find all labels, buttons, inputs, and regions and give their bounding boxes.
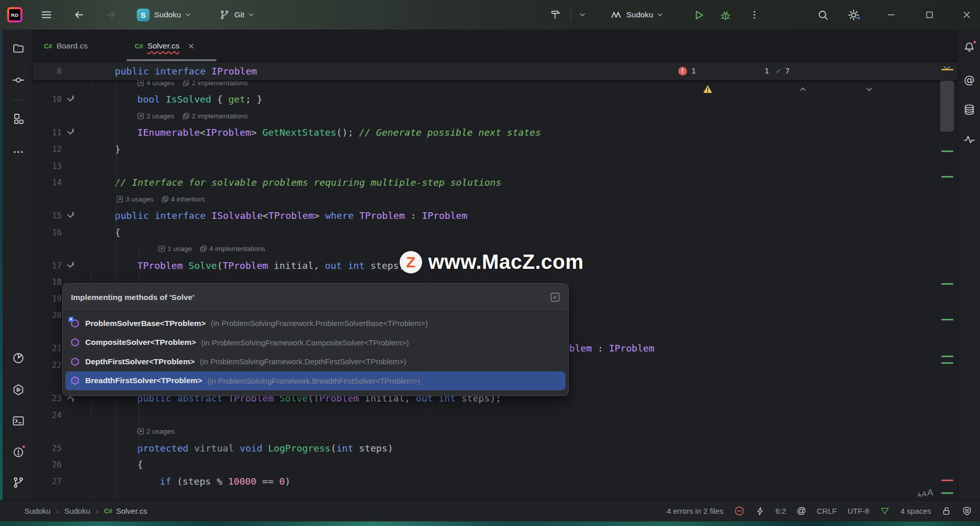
open-as-toolwindow-icon[interactable] (550, 292, 560, 302)
project-widget[interactable]: S Sudoku (137, 0, 191, 30)
main-menu-button[interactable] (41, 0, 52, 30)
maximize-button[interactable] (924, 0, 935, 30)
code-line[interactable]: 24 (33, 407, 958, 423)
implemented-marker-icon[interactable] (65, 211, 76, 220)
inlay-hints[interactable]: 2 usages2 implementations (137, 108, 248, 124)
stripe-mark[interactable] (941, 176, 953, 178)
highlighting-level-widget[interactable]: AAA (918, 487, 933, 498)
run-config-widget[interactable]: Sudoku (610, 0, 664, 30)
build-options-button[interactable] (579, 0, 586, 30)
forward-button[interactable] (105, 0, 116, 30)
implemented-marker-icon[interactable] (65, 94, 76, 104)
indent-setting[interactable]: 4 spaces (900, 507, 931, 515)
code-line[interactable]: 15public interface ISolvable<TProblem> w… (33, 207, 958, 224)
rail-button-profiler[interactable] (11, 350, 26, 366)
caret-position[interactable]: 6:2 (775, 507, 786, 515)
rail-button-ai-assistant[interactable]: @ (962, 72, 977, 88)
vcs-widget[interactable]: Git (219, 0, 255, 30)
rail-button-problems[interactable] (11, 444, 26, 460)
code-line[interactable]: 13 (33, 158, 958, 174)
stripe-mark[interactable] (941, 151, 953, 152)
minimize-button[interactable] (886, 0, 896, 30)
line-ending[interactable]: CRLF (817, 507, 837, 515)
error-stripe[interactable] (937, 62, 958, 500)
more-actions-button[interactable] (749, 0, 760, 30)
rail-button-commit[interactable] (11, 72, 26, 88)
rail-button-terminal[interactable] (11, 413, 26, 429)
code-line[interactable]: 11IEnumerable<IProblem> GetNextStates();… (33, 124, 958, 141)
rail-button-database[interactable] (962, 102, 977, 117)
implemented-marker-icon[interactable] (65, 261, 76, 270)
inlay-hint[interactable]: 1 usage (158, 240, 192, 257)
debug-button[interactable] (720, 0, 731, 30)
inlay-hint[interactable]: 4 inheritors (162, 191, 205, 208)
breadcrumb-item[interactable]: Sudoku (24, 507, 51, 515)
stripe-mark[interactable] (941, 356, 953, 357)
line-number: 25 (33, 440, 62, 457)
inlay-hint[interactable]: 2 implementations (183, 108, 248, 124)
stripe-chevron-down-icon[interactable] (942, 63, 951, 72)
implementations-popup[interactable]: Implementing methods of 'Solve' AProblem… (62, 283, 569, 396)
popup-item[interactable]: BreadthFirstSolver<TProblem>(in ProblemS… (65, 371, 566, 391)
lock-open-icon[interactable] (942, 506, 951, 516)
shield-icon[interactable] (962, 506, 972, 516)
error-summary[interactable]: 4 errors in 2 files (667, 507, 723, 515)
stripe-mark[interactable] (941, 480, 953, 481)
popup-item[interactable]: DepthFirstSolver<TProblem>(in ProblemSol… (65, 352, 566, 371)
inlay-hints[interactable]: 3 usages4 inheritors (116, 191, 205, 208)
stripe-mark[interactable] (941, 283, 953, 285)
run-button[interactable] (693, 0, 705, 30)
implemented-marker-icon[interactable] (65, 128, 76, 137)
stripe-mark[interactable] (941, 319, 953, 320)
inlay-hint[interactable]: 3 usages (116, 191, 154, 208)
tab-close-icon[interactable] (188, 43, 194, 49)
rail-button-more-tools[interactable] (11, 144, 26, 160)
stripe-mark[interactable] (941, 69, 953, 70)
popup-item[interactable]: AProblemSolverBase<TProblem>(in ProblemS… (65, 314, 566, 333)
code-line[interactable]: 14// Interface for solvable problems req… (33, 174, 958, 191)
code-line[interactable]: 12} (33, 141, 958, 158)
settings-button[interactable] (847, 0, 860, 30)
code-line[interactable]: 26{ (33, 456, 958, 473)
back-button[interactable] (74, 0, 85, 30)
code-line[interactable]: 16{ (33, 224, 958, 241)
rail-button-services[interactable] (11, 382, 26, 397)
ai-status-icon[interactable]: @ (797, 506, 806, 516)
inspection-triangle-icon[interactable] (880, 506, 890, 516)
power-save-icon[interactable] (734, 506, 745, 516)
inlay-hint[interactable]: 2 usages (137, 423, 175, 440)
inlay-hint[interactable]: 2 usages (137, 108, 175, 124)
sticky-header-line[interactable]: 8 public interface IProblem ! 1 1 ✓ 7 (33, 62, 958, 80)
inspection-widget[interactable]: ! 1 1 ✓ 7 (678, 62, 922, 80)
lightning-icon[interactable] (755, 507, 765, 516)
rail-button-branch[interactable] (11, 475, 26, 490)
scrollbar-thumb[interactable] (940, 81, 954, 132)
rail-button-structure[interactable] (11, 111, 26, 127)
close-window-button[interactable] (962, 0, 972, 30)
rail-button-notifications[interactable] (962, 40, 977, 55)
encoding[interactable]: UTF-8 (847, 507, 869, 515)
stripe-mark[interactable] (941, 362, 953, 364)
prev-problem-chevron-icon[interactable] (799, 49, 855, 93)
next-problem-chevron-icon[interactable] (865, 49, 922, 93)
breadcrumb-file[interactable]: Solver.cs (116, 507, 147, 515)
inlay-hints[interactable]: 2 usages (137, 423, 175, 440)
build-button[interactable] (550, 0, 561, 30)
rail-button-monitoring[interactable] (962, 132, 977, 147)
inlay-hint-line: 3 usages4 inheritors (33, 191, 958, 208)
rail-button-project-folder[interactable] (11, 41, 26, 56)
code-editor[interactable]: 4 usages2 implementations10bool IsSolved… (33, 62, 958, 500)
code-line[interactable]: 27if (steps % 10000 == 0) (33, 473, 958, 490)
inlay-hints[interactable]: 1 usage4 implementations (158, 240, 265, 257)
search-everywhere-button[interactable] (817, 0, 829, 30)
stripe-mark[interactable] (941, 492, 953, 494)
breadcrumb-item[interactable]: Sudoku (64, 507, 90, 515)
tab-solver[interactable]: C# Solver.cs (135, 30, 194, 62)
code-line[interactable]: 10bool IsSolved { get; } (33, 91, 958, 108)
notifications-icon (963, 41, 975, 54)
popup-item[interactable]: CompositeSolver<TProblem>(in ProblemSolv… (65, 333, 566, 353)
inlay-hint[interactable]: 4 implementations (200, 240, 265, 257)
tab-board[interactable]: C# Board.cs (44, 30, 88, 62)
rider-logo[interactable]: RD (7, 0, 22, 30)
code-line[interactable]: 25protected virtual void LogProgress(int… (33, 440, 958, 457)
